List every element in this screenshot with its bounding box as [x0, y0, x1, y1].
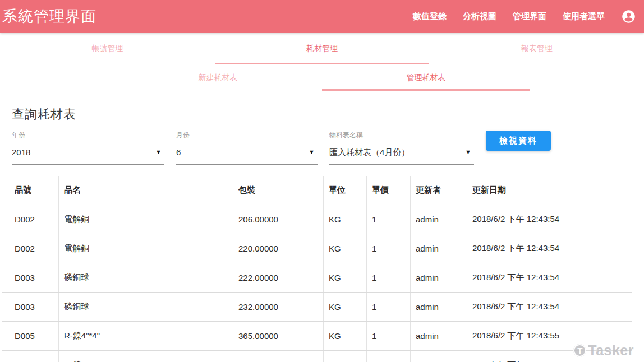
subtab-manage-consumables-table[interactable]: 管理耗材表: [322, 64, 530, 91]
cell-unit-price: 1: [367, 321, 411, 350]
cell-unit-price: 1: [367, 350, 411, 362]
col-header-item-no: 品號: [2, 176, 59, 205]
cell-item-name: 磷銅球: [59, 263, 233, 292]
year-label: 年份: [12, 131, 164, 140]
cell-unit: KG: [324, 205, 367, 234]
cell-update-date: 2018/6/2 下午 12:43:55: [467, 350, 632, 362]
cell-update-date: 2018/6/2 下午 12:43:54: [467, 263, 632, 292]
col-header-update-date: 更新日期: [467, 176, 632, 205]
year-select[interactable]: 年份 2018 ▼: [12, 131, 164, 165]
caret-down-icon: ▼: [465, 147, 471, 155]
cell-item-name: 磷銅球: [59, 292, 233, 321]
table-row[interactable]: D005 R-鎳4"*4" 405.00000 KG 1 admin 2018/…: [2, 350, 632, 362]
cell-updater: admin: [411, 292, 467, 321]
top-nav: 數值登錄 分析視圖 管理界面 使用者選單: [413, 9, 636, 24]
cell-updater: admin: [411, 205, 467, 234]
cell-item-no: D002: [2, 205, 59, 234]
main-tab-bar: 帳號管理 耗材管理 報表管理: [0, 33, 644, 64]
material-table-name-select[interactable]: 物料表名稱 匯入耗材表（4月份） ▼: [329, 131, 474, 165]
cell-item-name: R-鎳4"*4": [59, 321, 233, 350]
table-row[interactable]: D002 電解銅 206.00000 KG 1 admin 2018/6/2 下…: [2, 205, 632, 234]
cell-package: 365.00000: [233, 321, 324, 350]
table-row[interactable]: D005 R-鎳4"*4" 365.00000 KG 1 admin 2018/…: [2, 321, 632, 350]
app-title: 系統管理界面: [2, 6, 96, 26]
view-data-button[interactable]: 檢視資料: [486, 131, 551, 151]
table-row[interactable]: D003 磷銅球 232.00000 KG 1 admin 2018/6/2 下…: [2, 292, 632, 321]
cell-update-date: 2018/6/2 下午 12:43:54: [467, 205, 632, 234]
material-table-name-label: 物料表名稱: [329, 131, 474, 140]
subtab-create-consumables-table[interactable]: 新建耗材表: [114, 64, 322, 91]
month-value: 6: [176, 147, 181, 157]
cell-unit-price: 1: [367, 292, 411, 321]
sub-tab-bar: 新建耗材表 管理耗材表: [114, 64, 530, 91]
table-header-row: 品號 品名 包裝 單位 單價 更新者 更新日期: [2, 176, 632, 205]
col-header-item-name: 品名: [59, 176, 233, 205]
cell-item-name: 電解銅: [59, 234, 233, 263]
month-label: 月份: [176, 131, 318, 140]
cell-package: 232.00000: [233, 292, 324, 321]
cell-item-name: 電解銅: [59, 205, 233, 234]
main-content: 查詢耗材表 年份 2018 ▼ 月份 6 ▼ 物料表名稱 匯入耗材表（4月份） …: [0, 106, 644, 362]
cell-unit: KG: [324, 263, 367, 292]
cell-unit-price: 1: [367, 205, 411, 234]
cell-package: 220.00000: [233, 234, 324, 263]
caret-down-icon: ▼: [309, 147, 315, 155]
cell-update-date: 2018/6/2 下午 12:43:54: [467, 292, 632, 321]
cell-package: 206.00000: [233, 205, 324, 234]
cell-unit-price: 1: [367, 234, 411, 263]
tab-report-management[interactable]: 報表管理: [429, 33, 644, 64]
consumables-table: 品號 品名 包裝 單位 單價 更新者 更新日期 D002 電解銅 206.000…: [2, 176, 632, 362]
cell-update-date: 2018/6/2 下午 12:43:55: [467, 321, 632, 350]
cell-item-no: D003: [2, 263, 59, 292]
cell-updater: admin: [411, 263, 467, 292]
table-row[interactable]: D003 磷銅球 222.00000 KG 1 admin 2018/6/2 下…: [2, 263, 632, 292]
page-title: 查詢耗材表: [12, 106, 644, 123]
user-account-icon[interactable]: [621, 9, 636, 24]
caret-down-icon: ▼: [155, 147, 162, 155]
month-select[interactable]: 月份 6 ▼: [176, 131, 318, 165]
query-form: 年份 2018 ▼ 月份 6 ▼ 物料表名稱 匯入耗材表（4月份） ▼ 檢視資料: [12, 131, 644, 165]
cell-updater: admin: [411, 234, 467, 263]
nav-item-numeric-entry[interactable]: 數值登錄: [413, 11, 447, 22]
material-table-name-value: 匯入耗材表（4月份）: [329, 147, 410, 158]
cell-item-no: D005: [2, 350, 59, 362]
cell-package: 222.00000: [233, 263, 324, 292]
year-value: 2018: [12, 147, 30, 157]
cell-package: 405.00000: [233, 350, 324, 362]
cell-item-no: D002: [2, 234, 59, 263]
cell-unit-price: 1: [367, 263, 411, 292]
cell-unit: KG: [324, 234, 367, 263]
cell-unit: KG: [324, 350, 367, 362]
cell-update-date: 2018/6/2 下午 12:43:54: [467, 234, 632, 263]
cell-item-name: R-鎳4"*4": [59, 350, 233, 362]
cell-item-no: D005: [2, 321, 59, 350]
table-row[interactable]: D002 電解銅 220.00000 KG 1 admin 2018/6/2 下…: [2, 234, 632, 263]
col-header-unit-price: 單價: [367, 176, 411, 205]
tab-account-management[interactable]: 帳號管理: [0, 33, 215, 64]
cell-updater: admin: [411, 321, 467, 350]
nav-item-analysis-view[interactable]: 分析視圖: [463, 11, 496, 22]
col-header-unit: 單位: [324, 176, 367, 205]
cell-item-no: D003: [2, 292, 59, 321]
cell-unit: KG: [324, 321, 367, 350]
cell-unit: KG: [324, 292, 367, 321]
col-header-package: 包裝: [233, 176, 324, 205]
col-header-updater: 更新者: [411, 176, 467, 205]
nav-item-admin-interface[interactable]: 管理界面: [513, 11, 546, 22]
nav-item-user-menu[interactable]: 使用者選單: [563, 11, 605, 22]
cell-updater: admin: [411, 350, 467, 362]
app-header: 系統管理界面 數值登錄 分析視圖 管理界面 使用者選單: [0, 0, 644, 33]
tab-consumables-management[interactable]: 耗材管理: [215, 33, 430, 64]
